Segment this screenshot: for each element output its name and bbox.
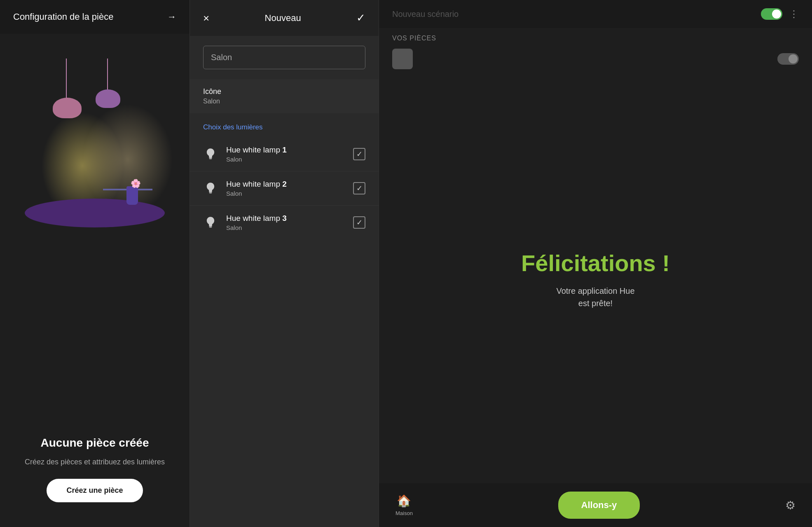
home-icon: 🏠 xyxy=(397,494,411,508)
icon-section-label: Icône xyxy=(203,87,365,96)
light-name-3: Hue white lamp 3 xyxy=(226,214,345,223)
dialog-body: Icône Salon Choix des lumières Hue white… xyxy=(190,36,379,527)
room-name-section xyxy=(190,36,379,79)
no-room-title: Aucune pièce créée xyxy=(40,436,149,450)
room-name-input[interactable] xyxy=(203,46,365,69)
light-room-1: Salon xyxy=(226,156,345,163)
lights-section-header: Choix des lumières xyxy=(190,113,379,137)
bulb-icon-1 xyxy=(203,147,218,162)
congrats-subtitle: Votre application Hue est prête! xyxy=(556,285,634,309)
dialog-header: × Nouveau ✓ xyxy=(190,0,379,36)
congrats-section: Félicitations ! Votre application Hue es… xyxy=(379,76,812,483)
icon-section: Icône Salon xyxy=(190,79,379,113)
scenario-label: Nouveau scénario xyxy=(392,9,459,19)
header-controls: ⋮ xyxy=(761,8,799,20)
dialog-confirm-button[interactable]: ✓ xyxy=(356,12,365,24)
dialog-close-button[interactable]: × xyxy=(203,13,209,23)
checkmark-icon-1: ✓ xyxy=(356,150,363,159)
light-info-3: Hue white lamp 3 Salon xyxy=(226,214,345,231)
vase xyxy=(126,186,138,205)
light-room-2: Salon xyxy=(226,190,345,197)
nav-maison-label: Maison xyxy=(395,510,413,516)
svg-rect-1 xyxy=(209,192,212,193)
allons-y-button[interactable]: Allons-y xyxy=(558,492,640,519)
room-illustration: 🌸 xyxy=(16,59,173,232)
right-header: Nouveau scénario ⋮ xyxy=(379,0,812,28)
no-room-subtitle: Créez des pièces et attribuez des lumièr… xyxy=(25,458,165,466)
more-options-icon[interactable]: ⋮ xyxy=(789,8,799,20)
light-name-1: Hue white lamp 1 xyxy=(226,145,345,155)
left-bottom-content: Aucune pièce créée Créez des pièces et a… xyxy=(0,436,190,527)
lights-section-title: Choix des lumières xyxy=(203,123,263,131)
bottom-nav: 🏠 Maison Allons-y ⚙ xyxy=(379,483,812,527)
settings-icon: ⚙ xyxy=(785,499,796,512)
light-info-2: Hue white lamp 2 Salon xyxy=(226,180,345,197)
light-checkbox-2[interactable]: ✓ xyxy=(353,182,365,194)
vos-pieces-label: VOS PIÈCES xyxy=(379,28,812,42)
nav-settings[interactable]: ⚙ xyxy=(785,499,796,512)
left-header: Configuration de la pièce → xyxy=(0,0,190,34)
nav-maison[interactable]: 🏠 Maison xyxy=(395,494,413,516)
room-placeholder-icon xyxy=(392,49,413,69)
light-room-3: Salon xyxy=(226,224,345,231)
illustration-area: 🌸 xyxy=(0,34,190,436)
checkmark-icon-3: ✓ xyxy=(356,218,363,227)
congrats-title: Félicitations ! xyxy=(521,250,670,276)
dialog-title: Nouveau xyxy=(265,13,301,23)
room-row xyxy=(379,42,812,76)
vase-flowers-icon: 🌸 xyxy=(131,178,141,188)
lamp-wire-2 xyxy=(107,59,108,91)
light-checkbox-1[interactable]: ✓ xyxy=(353,148,365,160)
left-panel-title: Configuration de la pièce xyxy=(13,12,113,22)
light-item-1[interactable]: Hue white lamp 1 Salon ✓ xyxy=(190,137,379,171)
room-toggle[interactable] xyxy=(777,53,799,65)
create-room-button[interactable]: Créez une pièce xyxy=(47,479,143,502)
bulb-icon-2 xyxy=(203,181,218,196)
light-name-2: Hue white lamp 2 xyxy=(226,180,345,189)
dialog-panel: × Nouveau ✓ Icône Salon Choix des lumièr… xyxy=(190,0,379,527)
svg-rect-0 xyxy=(209,158,212,159)
forward-arrow-icon[interactable]: → xyxy=(167,12,176,22)
light-checkbox-3[interactable]: ✓ xyxy=(353,216,365,229)
scenario-toggle[interactable] xyxy=(761,8,782,20)
icon-section-sublabel: Salon xyxy=(203,98,365,105)
checkmark-icon-2: ✓ xyxy=(356,184,363,193)
right-panel: Nouveau scénario ⋮ VOS PIÈCES Félicitati… xyxy=(379,0,812,527)
light-info-1: Hue white lamp 1 Salon xyxy=(226,145,345,163)
bulb-icon-3 xyxy=(203,215,218,230)
floor-rug xyxy=(25,199,165,227)
left-panel: Configuration de la pièce → 🌸 Aucune piè… xyxy=(0,0,190,527)
lamp-wire-1 xyxy=(66,59,67,100)
svg-rect-2 xyxy=(209,226,212,227)
light-item-3[interactable]: Hue white lamp 3 Salon ✓ xyxy=(190,206,379,239)
light-item-2[interactable]: Hue white lamp 2 Salon ✓ xyxy=(190,171,379,206)
